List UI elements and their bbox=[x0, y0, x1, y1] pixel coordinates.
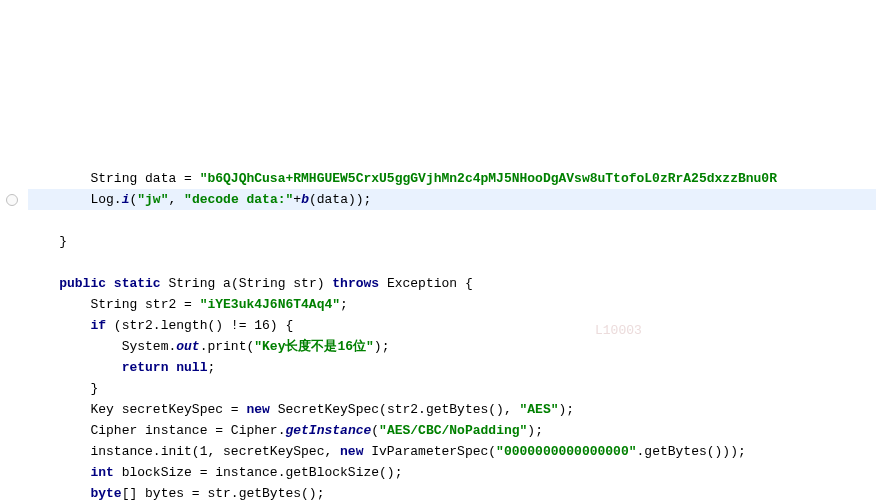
code-line[interactable]: String data = "b6QJQhCusa+RMHGUEW5CrxU5g… bbox=[28, 168, 876, 189]
code-line[interactable]: System.out.print("Key长度不是16位"); bbox=[28, 336, 876, 357]
code-line[interactable]: String str2 = "iYE3uk4J6N6T4Aq4"; bbox=[28, 294, 876, 315]
code-line[interactable] bbox=[28, 210, 876, 231]
code-line[interactable]: public static String a(String str) throw… bbox=[28, 273, 876, 294]
code-line[interactable]: instance.init(1, secretKeySpec, new IvPa… bbox=[28, 441, 876, 462]
code-line[interactable]: int blockSize = instance.getBlockSize(); bbox=[28, 462, 876, 483]
code-line[interactable]: } bbox=[28, 231, 876, 252]
code-editor[interactable]: L10003 String data = "b6QJQhCusa+RMHGUEW… bbox=[0, 84, 876, 500]
code-line[interactable] bbox=[28, 252, 876, 273]
code-line[interactable]: return null; bbox=[28, 357, 876, 378]
code-line[interactable]: Cipher instance = Cipher.getInstance("AE… bbox=[28, 420, 876, 441]
code-line[interactable]: Key secretKeySpec = new SecretKeySpec(st… bbox=[28, 399, 876, 420]
code-line[interactable]: if (str2.length() != 16) { bbox=[28, 315, 876, 336]
method-name: a bbox=[223, 276, 231, 291]
code-line[interactable]: byte[] bytes = str.getBytes(); bbox=[28, 483, 876, 500]
code-area[interactable]: String data = "b6QJQhCusa+RMHGUEW5CrxU5g… bbox=[0, 168, 876, 500]
code-line[interactable]: } bbox=[28, 378, 876, 399]
gutter bbox=[0, 84, 24, 500]
code-line-highlighted[interactable]: Log.i("jw", "decode data:"+b(data)); bbox=[28, 189, 876, 210]
override-icon[interactable] bbox=[6, 194, 18, 206]
